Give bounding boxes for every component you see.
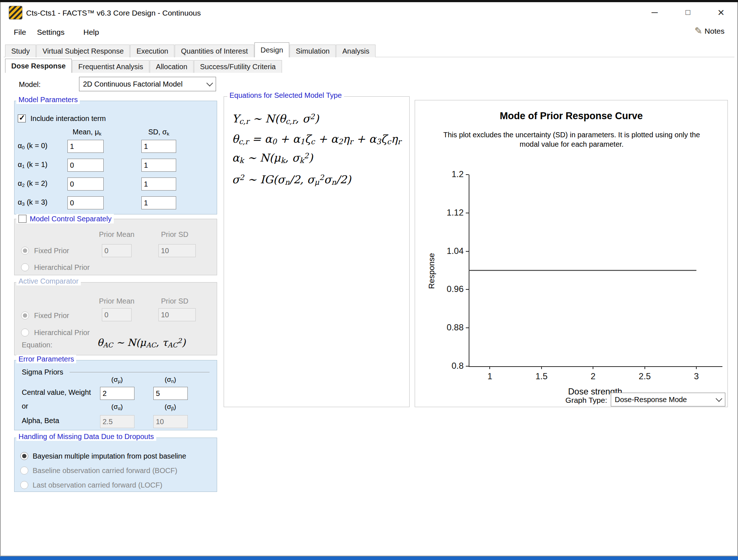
alpha2-mean-input[interactable] bbox=[67, 177, 104, 191]
equation-line-2: θc,r = α0 + α1ζc + α2ηr + α3ζcηr bbox=[232, 133, 401, 146]
mc-prior-mean-input bbox=[102, 244, 132, 257]
missing-data-bocf-radio bbox=[20, 467, 28, 475]
x-axis-tick-label: 1 bbox=[475, 371, 504, 381]
maximize-button[interactable]: □ bbox=[671, 2, 705, 22]
menu-settings[interactable]: Settings bbox=[37, 28, 65, 37]
y-axis-tick-mark bbox=[466, 174, 469, 175]
y-axis-tick-label: 0.8 bbox=[415, 361, 464, 371]
x-axis-tick-mark bbox=[644, 366, 645, 369]
chart-title: Mode of Prior Response Curve bbox=[415, 110, 727, 122]
equation-line-3: αk ∼ N(μk, σk2) bbox=[232, 151, 313, 165]
ac-fixed-prior-radio bbox=[21, 312, 29, 319]
close-button[interactable]: × bbox=[705, 2, 737, 22]
missing-data-title: Handling of Missing Data Due to Dropouts bbox=[16, 432, 156, 441]
tab-analysis[interactable]: Analysis bbox=[336, 45, 375, 57]
tab-design[interactable]: Design bbox=[254, 42, 289, 57]
ac-equation: θAC ∼ N(μAC, τAC2) bbox=[97, 337, 186, 349]
model-control-checkbox[interactable] bbox=[18, 215, 26, 223]
ac-prior-mean-header: Prior Mean bbox=[99, 297, 134, 305]
sigma-alpha-header: (σα) bbox=[111, 403, 123, 411]
plot-area bbox=[469, 175, 722, 367]
subtab-dose-response[interactable]: Dose Response bbox=[5, 59, 72, 73]
alpha1-mean-input[interactable] bbox=[67, 159, 104, 172]
alpha3-row-label: α3 (k = 3) bbox=[18, 198, 47, 207]
mc-fixed-prior-radio bbox=[21, 247, 29, 255]
app-icon bbox=[9, 6, 22, 20]
maximize-icon: □ bbox=[685, 8, 690, 17]
minimize-icon: ─ bbox=[651, 7, 658, 17]
subtab-frequentist-analysis[interactable]: Frequentist Analysis bbox=[72, 60, 149, 73]
error-parameters-title: Error Parameters bbox=[16, 355, 76, 363]
sd-column-header: SD, σk bbox=[148, 128, 169, 137]
alpha0-sd-input[interactable] bbox=[141, 140, 176, 153]
tab-execution[interactable]: Execution bbox=[130, 45, 174, 57]
mc-hierarchical-prior-radio bbox=[21, 263, 29, 271]
alpha2-sd-input[interactable] bbox=[141, 177, 176, 191]
design-sub-tab-strip: Dose Response Frequentist Analysis Alloc… bbox=[5, 59, 282, 73]
alpha2-row-label: α2 (k = 2) bbox=[18, 179, 47, 188]
model-control-title: Model Control Separately bbox=[30, 215, 112, 223]
alpha0-mean-input[interactable] bbox=[67, 140, 104, 153]
sigma-alpha-input bbox=[100, 415, 134, 428]
tab-simulation[interactable]: Simulation bbox=[290, 45, 336, 57]
notes-label: Notes bbox=[705, 27, 725, 35]
sigma-mu-header: (σμ) bbox=[111, 376, 123, 384]
x-axis-tick-label: 3 bbox=[682, 371, 711, 381]
menu-file[interactable]: File bbox=[14, 28, 26, 37]
sigma-n-input[interactable] bbox=[153, 387, 188, 400]
alpha1-row-label: α1 (k = 1) bbox=[18, 160, 47, 169]
alpha3-sd-input[interactable] bbox=[141, 196, 176, 209]
y-axis-tick-mark bbox=[466, 366, 469, 367]
graph-type-label: Graph Type: bbox=[524, 396, 607, 405]
alpha1-sd-input[interactable] bbox=[141, 159, 176, 172]
missing-data-locf-label: Last observation carried forward (LOCF) bbox=[33, 481, 162, 489]
alpha3-mean-input[interactable] bbox=[67, 196, 104, 209]
x-axis-tick-label: 1.5 bbox=[527, 371, 556, 381]
y-axis-tick-label: 1.12 bbox=[415, 208, 464, 218]
subtab-allocation[interactable]: Allocation bbox=[150, 60, 194, 73]
minimize-button[interactable]: ─ bbox=[638, 2, 671, 22]
mc-prior-mean-header: Prior Mean bbox=[99, 230, 134, 239]
model-label: Model: bbox=[19, 80, 41, 89]
model-dropdown[interactable]: 2D Continuous Factorial Model bbox=[79, 77, 216, 91]
chart-subtitle: This plot excludes the uncertainty (SD) … bbox=[434, 130, 709, 149]
missing-data-locf-radio bbox=[20, 481, 28, 489]
notes-icon: ✎ bbox=[695, 25, 702, 37]
main-tab-strip: Study Virtual Subject Response Execution… bbox=[5, 43, 376, 57]
alpha-beta-label: Alpha, Beta bbox=[22, 417, 59, 425]
missing-data-bayesian-label: Bayesian multiple imputation from post b… bbox=[33, 452, 186, 460]
y-axis-tick-mark bbox=[466, 251, 469, 252]
central-value-weight-label: Central value, Weight bbox=[22, 388, 91, 397]
x-axis-tick-mark bbox=[541, 366, 542, 369]
model-parameters-title: Model Parameters bbox=[16, 96, 80, 104]
taskbar-edge bbox=[0, 556, 738, 560]
sigma-n-header: (σn) bbox=[165, 376, 176, 384]
model-dropdown-value: 2D Continuous Factorial Model bbox=[83, 80, 183, 88]
missing-data-bocf-label: Baseline observation carried forward (BO… bbox=[33, 467, 177, 475]
y-axis-tick-mark bbox=[466, 289, 469, 290]
subtab-success-futility-criteria[interactable]: Success/Futility Criteria bbox=[194, 60, 282, 73]
missing-data-bayesian-radio[interactable] bbox=[20, 452, 28, 460]
alpha0-row-label: α0 (k = 0) bbox=[18, 142, 47, 150]
sigma-beta-header: (σβ) bbox=[165, 403, 176, 411]
ac-hierarchical-prior-label: Hierarchical Prior bbox=[34, 329, 90, 337]
tab-virtual-subject-response[interactable]: Virtual Subject Response bbox=[36, 45, 130, 57]
close-icon: × bbox=[718, 6, 725, 19]
graph-type-dropdown[interactable]: Dose-Response Mode bbox=[611, 393, 725, 406]
ac-fixed-prior-label: Fixed Prior bbox=[34, 312, 69, 320]
notes-button[interactable]: ✎ Notes bbox=[695, 25, 725, 37]
y-axis-tick-mark bbox=[466, 327, 469, 328]
chevron-down-icon bbox=[716, 395, 722, 402]
x-axis-tick-label: 2 bbox=[579, 371, 608, 381]
sigma-mu-input[interactable] bbox=[100, 387, 134, 400]
sigma-priors-label: Sigma Priors bbox=[22, 368, 63, 376]
tab-study[interactable]: Study bbox=[5, 45, 36, 57]
y-axis-tick-label: 1.2 bbox=[415, 169, 464, 179]
y-axis-tick-mark bbox=[466, 213, 469, 213]
y-axis-tick-label: 1.04 bbox=[415, 246, 464, 256]
chevron-down-icon bbox=[206, 80, 213, 86]
sigma-beta-input bbox=[153, 415, 188, 428]
include-interaction-checkbox[interactable] bbox=[18, 114, 26, 122]
tab-quantities-of-interest[interactable]: Quantities of Interest bbox=[175, 45, 254, 57]
menu-help[interactable]: Help bbox=[83, 28, 99, 37]
